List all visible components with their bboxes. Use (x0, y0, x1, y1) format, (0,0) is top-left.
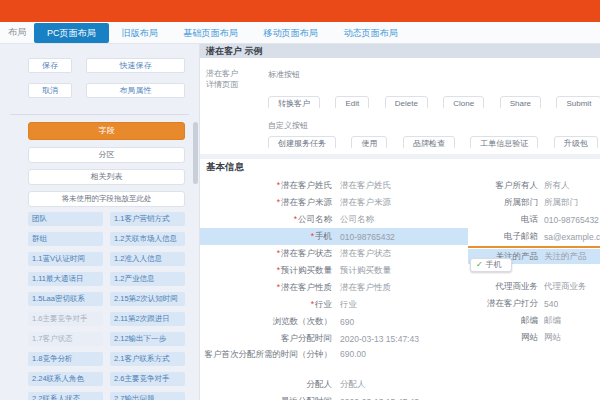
unused-field-chip[interactable]: 1.7客户状态 (28, 332, 103, 346)
field-row-selected[interactable]: *手机 010-98765432 (200, 228, 468, 245)
form-column-left: *潜在客户姓氏 潜在客户姓氏 *潜在客户来源 潜在客户来源 *公司名称 公司名称… (200, 177, 468, 400)
required-asterisk: * (311, 299, 314, 309)
field-row[interactable]: *潜在客户来源 潜在客户来源 (200, 194, 468, 211)
tab-dynamic-layout[interactable]: 动态页面布局 (331, 22, 411, 44)
field-row[interactable]: 网站 网站 (468, 329, 600, 346)
field-row[interactable]: 客户分配时间 2020-03-13 15:47:43 (200, 330, 468, 347)
unused-field-chip[interactable]: 1.6主要竞争对手 (28, 312, 103, 326)
unused-field-chip[interactable]: 1.8竞争分析 (28, 352, 103, 366)
field-row[interactable]: 潜在客户打分 540 (468, 295, 600, 312)
custom-buttons-label: 自定义按钮 (268, 120, 308, 131)
unused-field-chip[interactable]: 1.2准入人信息 (110, 252, 185, 266)
page-title: 潜在客户 示例 (200, 44, 600, 58)
field-label: 代理商业务 (496, 281, 539, 291)
unused-field-chip[interactable]: 2.6主要竞争对手 (110, 372, 185, 386)
field-row[interactable]: *潜在客户状态 潜在客户状态 (200, 245, 468, 262)
edit-button[interactable]: Edit (335, 96, 369, 108)
tab-legacy-layout[interactable]: 旧版布局 (109, 22, 171, 44)
unused-fields-hint-button[interactable]: 将未使用的字段拖放至此处 (28, 191, 185, 207)
field-value: 预计购买数量 (340, 265, 468, 277)
custom-buttons-row: 创建服务任务 使用 品牌检查 工单信息验证 升级包 工单升级 (268, 132, 600, 148)
field-value: 010-98765432 (340, 232, 468, 242)
field-label: 潜在客户状态 (281, 248, 332, 258)
layout-editor-sidebar: 保存 快速保存 取消 布局属性 字段 分区 相关列表 将未使用的字段拖放至此处 … (0, 44, 200, 400)
unused-field-chip[interactable]: 2.11第2次跟进日 (110, 312, 185, 326)
field-value: 540 (544, 299, 600, 309)
unused-field-chip[interactable]: 1.11最大通话日 (28, 272, 103, 286)
cancel-button[interactable]: 取消 (28, 83, 72, 98)
custom-button[interactable]: 品牌检查 (403, 136, 455, 148)
save-button[interactable]: 保存 (28, 58, 72, 73)
tab-mobile-layout[interactable]: 移动页面布局 (251, 22, 331, 44)
field-label: 潜在客户性质 (281, 282, 332, 292)
field-label: 所属部门 (504, 197, 538, 207)
unused-field-chip[interactable]: 1.2产业信息 (110, 272, 185, 286)
field-row[interactable]: *公司名称 公司名称 (200, 211, 468, 228)
quick-save-button[interactable]: 快速保存 (86, 58, 185, 73)
unused-field-chip[interactable]: 2.2联系人状态 (28, 392, 103, 400)
unused-field-chip[interactable]: 群组 (28, 232, 103, 246)
field-value: 公司名称 (340, 214, 468, 226)
field-row[interactable]: 最近分配时间 2020-03-13 15:47:43 (200, 393, 468, 400)
unused-field-chip[interactable]: 2.7输出问题 (110, 392, 185, 400)
field-row[interactable]: *潜在客户姓氏 潜在客户姓氏 (200, 177, 468, 194)
fields-button[interactable]: 字段 (28, 122, 185, 140)
standard-buttons-row: 转换客户 Edit Delete Clone Share Submit (268, 92, 600, 108)
unused-field-chip[interactable]: 2.15第2次认知时间 (110, 292, 185, 306)
field-row[interactable]: 电话 010-98765432 (468, 211, 600, 228)
field-row[interactable]: 代理商业务 代理商业务 (468, 278, 600, 295)
field-value: 所属部门 (544, 197, 600, 209)
related-list-button[interactable]: 相关列表 (28, 169, 185, 185)
share-button[interactable]: Share (500, 96, 541, 108)
submit-button[interactable]: Submit (556, 96, 600, 108)
dragged-field-label: 手机 (486, 260, 502, 269)
field-row[interactable]: *预计购买数量 预计购买数量 (200, 262, 468, 279)
custom-button[interactable]: 升级包 (554, 136, 598, 148)
field-row[interactable]: 客户所有人 所有人 (468, 177, 600, 194)
tab-pc-layout[interactable]: PC页面布局 (34, 23, 109, 43)
required-asterisk: * (277, 265, 280, 275)
layout-properties-button[interactable]: 布局属性 (86, 83, 185, 98)
field-row[interactable]: 电子邮箱 sa@example.com (468, 228, 600, 245)
unused-field-chip[interactable]: 2.12输出下一步 (110, 332, 185, 346)
field-value: 分配人 (340, 379, 468, 391)
sidebar-scrollbar-thumb[interactable] (193, 122, 198, 184)
field-label: 预计购买数量 (281, 265, 332, 275)
unused-field-chip[interactable]: 1.1客户营销方式 (110, 212, 185, 226)
unused-field-chip[interactable]: 2.24联系人角色 (28, 372, 103, 386)
tab-basic-layout[interactable]: 基础页面布局 (171, 22, 251, 44)
field-label: 最近分配时间 (281, 396, 332, 400)
unused-field-chip[interactable]: 团队 (28, 212, 103, 226)
unused-field-chip[interactable]: 2.1客户联系方式 (110, 352, 185, 366)
field-value: 690.00 (340, 349, 468, 359)
field-label: 潜在客户来源 (281, 197, 332, 207)
field-value: 2020-03-13 15:47:43 (340, 334, 468, 344)
field-row[interactable]: 客户首次分配所需的时间（分钟） 690.00 (200, 347, 468, 376)
field-row[interactable]: *行业 行业 (200, 296, 468, 313)
field-row[interactable]: *潜在客户性质 潜在客户性质 (200, 279, 468, 296)
field-value: 代理商业务 (544, 281, 600, 293)
custom-button[interactable]: 创建服务任务 (268, 136, 336, 148)
unused-field-chip[interactable]: 1.1蓝V认证时间 (28, 252, 103, 266)
dragged-field-ghost[interactable]: ✓手机 (470, 258, 512, 272)
field-row[interactable]: 所属部门 所属部门 (468, 194, 600, 211)
field-value: 邮编 (544, 315, 600, 327)
field-value: 所有人 (544, 180, 600, 192)
field-row[interactable]: 邮编 邮编 (468, 312, 600, 329)
drop-indicator-line (468, 246, 600, 248)
form-column-right: 客户所有人 所有人 所属部门 所属部门 电话 010-98765432 电子邮箱… (468, 177, 600, 346)
custom-button[interactable]: 使用 (351, 136, 387, 148)
section-button[interactable]: 分区 (28, 147, 185, 163)
unused-field-chip[interactable]: 1.2关联市场人信息 (110, 232, 185, 246)
field-row[interactable]: 浏览数（次数） 690 (200, 313, 468, 330)
module-label: 潜在客户 详情页面 (206, 68, 262, 90)
unused-field-chip[interactable]: 1.5Laa密切联系 (28, 292, 103, 306)
field-value: 潜在客户姓氏 (340, 180, 468, 192)
app-header-bar (0, 0, 600, 22)
field-row[interactable]: 分配人 分配人 (200, 376, 468, 393)
clone-button[interactable]: Clone (443, 96, 484, 108)
convert-button[interactable]: 转换客户 (268, 96, 320, 108)
delete-button[interactable]: Delete (385, 96, 428, 108)
section-divider (200, 154, 600, 159)
custom-button[interactable]: 工单信息验证 (470, 136, 538, 148)
